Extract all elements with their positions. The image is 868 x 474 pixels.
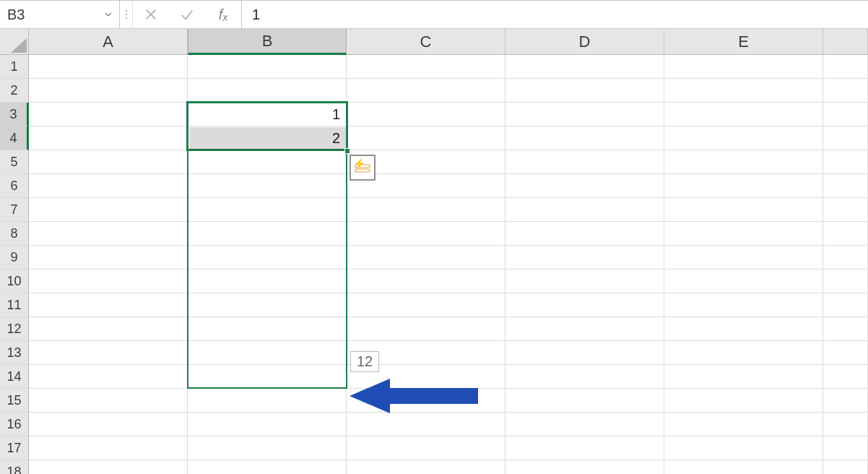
cell[interactable] [505,79,664,103]
row-header[interactable]: 5 [0,150,29,174]
cell[interactable] [347,246,505,270]
cell[interactable] [188,222,347,246]
cell[interactable] [664,126,823,150]
cell[interactable] [29,436,188,460]
formula-input[interactable]: 1 [242,1,868,28]
cell[interactable] [347,317,505,341]
row-header[interactable]: 14 [0,365,29,389]
cell[interactable] [188,436,347,460]
chevron-down-icon[interactable] [102,8,115,21]
row-header[interactable]: 11 [0,293,29,317]
cell[interactable] [29,103,188,126]
cell[interactable] [347,198,505,222]
cell[interactable] [188,365,347,389]
cell[interactable] [29,174,188,198]
cell[interactable]: 1 [188,103,347,126]
cell[interactable] [505,246,664,270]
row-header[interactable]: 13 [0,341,29,365]
cell[interactable] [29,126,188,150]
cell[interactable] [347,270,505,293]
row-header[interactable]: 9 [0,246,29,270]
cell[interactable] [29,389,188,413]
cell[interactable] [347,126,505,150]
cell[interactable] [29,293,188,317]
cell[interactable] [664,460,823,474]
cell[interactable] [188,174,347,198]
cell[interactable] [505,436,664,460]
cell[interactable] [29,341,188,365]
cell[interactable] [188,79,347,103]
row-header[interactable]: 6 [0,174,29,198]
cell[interactable] [29,246,188,270]
row-header[interactable]: 2 [0,79,29,103]
cell[interactable] [29,222,188,246]
cell[interactable] [188,293,347,317]
row-header[interactable]: 16 [0,413,29,436]
cell[interactable] [188,270,347,293]
cell[interactable] [505,103,664,126]
cell[interactable] [29,365,188,389]
cell[interactable] [664,389,823,413]
cell[interactable] [664,341,823,365]
row-header[interactable]: 15 [0,389,29,413]
row-header[interactable]: 1 [0,55,29,79]
cell[interactable] [188,246,347,270]
insert-function-button[interactable]: fx [205,7,241,23]
cell[interactable] [29,198,188,222]
column-header-A[interactable]: A [29,29,188,55]
cell[interactable] [29,150,188,174]
cell[interactable] [505,365,664,389]
cell[interactable] [347,293,505,317]
select-all-corner[interactable] [0,29,29,55]
cell[interactable] [664,317,823,341]
column-header-C[interactable]: C [347,29,505,55]
cell[interactable] [188,198,347,222]
cell[interactable] [505,55,664,79]
cell[interactable] [347,460,505,474]
row-header[interactable]: 10 [0,270,29,293]
cell[interactable] [505,174,664,198]
column-header-D[interactable]: D [505,29,664,55]
cell[interactable] [188,55,347,79]
cell[interactable] [29,460,188,474]
row-header[interactable]: 8 [0,222,29,246]
row-header[interactable]: 3 [0,103,29,126]
cell[interactable] [505,270,664,293]
cell[interactable] [664,246,823,270]
cell[interactable] [664,174,823,198]
cell[interactable] [505,222,664,246]
cell[interactable]: 2 [188,126,347,150]
cell[interactable] [347,103,505,126]
cell[interactable] [347,79,505,103]
cell[interactable] [188,413,347,436]
cell[interactable] [505,126,664,150]
cell[interactable] [347,436,505,460]
row-header[interactable]: 17 [0,436,29,460]
cell[interactable] [505,460,664,474]
cell[interactable] [188,389,347,413]
cell[interactable] [29,317,188,341]
cell[interactable] [188,150,347,174]
row-header[interactable]: 12 [0,317,29,341]
cell[interactable] [505,150,664,174]
cell[interactable] [29,270,188,293]
name-box-wrap[interactable]: B3 [0,1,120,28]
cell[interactable] [505,341,664,365]
cell[interactable] [664,270,823,293]
cell[interactable] [664,436,823,460]
row-header[interactable]: 7 [0,198,29,222]
cell[interactable] [505,293,664,317]
row-header[interactable]: 18 [0,460,29,474]
cell[interactable] [505,413,664,436]
column-header-E[interactable]: E [664,29,823,55]
cell[interactable] [664,198,823,222]
cell[interactable] [664,150,823,174]
column-header-B[interactable]: B [188,29,347,55]
cell[interactable] [188,460,347,474]
cell[interactable] [29,55,188,79]
cell[interactable] [347,55,505,79]
spreadsheet-grid[interactable]: A B C D E 12314256789101112131415161718 … [0,29,868,474]
cell[interactable] [664,413,823,436]
autofill-options-button[interactable]: ⚡ [350,155,376,181]
fill-handle[interactable] [344,148,350,154]
